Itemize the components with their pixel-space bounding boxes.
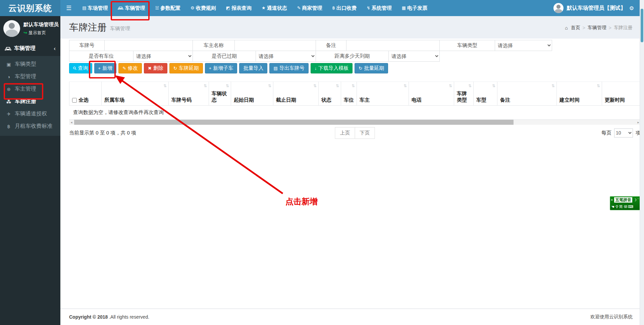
add-button[interactable]: +新增 [94, 63, 117, 73]
nav-item-merchant-management[interactable]: ✎ 商家管理 [292, 0, 327, 16]
per-page-control: 每页 10 项 [601, 128, 641, 138]
sort-icon: ⇅ [313, 84, 317, 88]
plate-extension-button[interactable]: ↻车牌延期 [169, 63, 203, 73]
app-logo[interactable]: 云识别系统 [0, 0, 60, 16]
button-label: 批量延期 [364, 65, 384, 71]
nav-item-vehicle-management[interactable]: 车辆管理 [113, 0, 150, 16]
pagination-info: 当前显示第 0 至 0 项，共 0 项 [69, 130, 136, 136]
days-to-expiry-label: 距离多少天到期 [316, 51, 389, 62]
breadcrumb-separator: > [609, 25, 611, 31]
column-header-plate-number[interactable]: ⇅车牌号码 [169, 82, 209, 106]
column-header-parking-space[interactable]: ⇅车位 [341, 82, 357, 106]
column-header-status[interactable]: ⇅状态 [319, 82, 341, 106]
plus-icon: + [209, 66, 212, 70]
keyboard-icon[interactable]: ⌨ [628, 205, 633, 209]
column-header-updated-time[interactable]: 更新时间 [602, 82, 641, 106]
cluster-icon: ⁂ [5, 99, 12, 104]
owner-name-input[interactable] [235, 40, 316, 51]
nav-item-channel-status[interactable]: ★ 通道状态 [257, 0, 292, 16]
user-menu[interactable]: 默认车场管理员【测试】 [567, 5, 626, 12]
column-header-remark[interactable]: ⇅备注 [497, 82, 557, 106]
show-homepage-link[interactable]: ↪显示首页 [23, 30, 59, 36]
breadcrumb-home[interactable]: 首页 [571, 25, 580, 31]
navbar-user-area: 默认车场管理员【测试】 ⚙ [553, 3, 644, 13]
cube-icon: ▣ [5, 62, 12, 67]
user-avatar[interactable] [553, 3, 564, 13]
scroll-left-icon[interactable]: ◂ [69, 120, 74, 125]
select-all-checkbox[interactable] [72, 98, 77, 103]
sidebar-item-monthly-fee-standard[interactable]: ฿ 月租车收费标准 [0, 120, 60, 132]
nav-item-fee-rules[interactable]: ⚙ 收费规则 [185, 0, 221, 16]
sidebar-item-vehicle-type[interactable]: ▣ 车辆类型 [0, 58, 60, 70]
column-header-end-date[interactable]: ⇅截止日期 [273, 82, 319, 106]
simplified-mode-label[interactable]: 简 [619, 204, 623, 209]
expired-select[interactable]: 请选择 [256, 51, 316, 61]
search-button[interactable]: ⚲查询 [69, 63, 92, 73]
batch-import-button[interactable]: 批量导入 [239, 63, 267, 73]
nav-item-report-query[interactable]: ◩ 报表查询 [221, 0, 257, 16]
sidebar-item-label: 车主管理 [15, 86, 36, 93]
hamburger-icon: ☰ [66, 5, 71, 11]
magnifier-icon[interactable]: ⚲ [615, 205, 618, 209]
merchant-icon: ✎ [297, 0, 301, 16]
days-to-expiry-select[interactable]: 请选择 [389, 51, 439, 61]
nav-item-label: 电子发票 [407, 0, 427, 16]
ime-collapse-icon[interactable]: « [610, 199, 614, 201]
sidebar-section-vehicle-management[interactable]: 车辆管理 ‹ [0, 41, 60, 56]
edit-icon: ✎ [122, 66, 126, 70]
export-plates-button[interactable]: ▤导出车牌号 [269, 63, 308, 73]
moon-icon[interactable]: ☽ [633, 198, 637, 202]
sidebar-item-car-model-management[interactable]: ◑ 车型管理 [0, 70, 60, 83]
sidebar-toggle-button[interactable]: ☰ [60, 0, 77, 16]
column-header-plate-type[interactable]: ⇅车牌类型 [454, 82, 474, 106]
nav-item-exit-toll[interactable]: ฿ 出口收费 [327, 0, 362, 16]
edit-button[interactable]: ✎修改 [118, 63, 142, 73]
column-header-owner[interactable]: ⇅车主 [357, 82, 409, 106]
settings-gear-icon[interactable]: ⚙ [629, 5, 634, 11]
sort-icon: ⇅ [336, 84, 339, 88]
column-header-phone[interactable]: ⇅电话 [409, 82, 454, 106]
delete-button[interactable]: ✖删除 [144, 63, 167, 73]
sidebar-item-owner-management[interactable]: ⊛ 车主管理 [0, 83, 60, 95]
nav-item-parameter-config[interactable]: ☱ 参数配置 [150, 0, 185, 16]
button-label: 批量导入 [243, 65, 263, 71]
vehicle-type-select[interactable]: 请选择 [495, 40, 552, 51]
vertical-scrollbar-thumb[interactable] [641, 9, 643, 42]
nav-item-system-management[interactable]: ↯ 系统管理 [362, 0, 397, 16]
navbar-menu: ☰ ▤ 车场管理 车辆管理 ☱ 参数配置 ⚙ 收费规则 ◩ 报表查询 [60, 0, 644, 16]
ime-number[interactable]: 68 [624, 205, 627, 209]
download-template-button[interactable]: ↓下载导入模板 [311, 63, 353, 73]
sidebar-item-plate-registration[interactable]: ⁂ 车牌注册 [0, 95, 60, 108]
next-page-button[interactable]: 下页 [355, 127, 375, 139]
breadcrumb-current: 车牌注册 [614, 25, 633, 31]
sort-icon: ⇅ [352, 84, 355, 88]
baht-icon: ฿ [5, 124, 12, 129]
prev-page-button[interactable]: 上页 [335, 127, 355, 139]
column-header-car-model[interactable]: ⇅车型 [474, 82, 497, 106]
sidebar-section-label: 车辆管理 [14, 45, 36, 52]
return-arrow-icon: ↪ [23, 30, 27, 35]
nav-item-label: 系统管理 [372, 0, 392, 16]
column-header-created-time[interactable]: ⇅建立时间 [557, 82, 602, 106]
nav-item-e-invoice[interactable]: ▦ 电子发票 [397, 0, 432, 16]
plate-number-input[interactable] [105, 40, 193, 51]
column-header-start-date[interactable]: ⇅起始日期 [231, 82, 273, 106]
column-header-vehicle-status[interactable]: ⇅车辆状态 [209, 82, 231, 106]
per-page-select[interactable]: 10 [614, 128, 633, 138]
add-sub-vehicle-button[interactable]: +新增子车 [205, 63, 237, 73]
remark-input[interactable] [346, 40, 439, 51]
hand-tool-icon[interactable]: ☚ [611, 205, 614, 209]
sidebar-item-channel-authorization[interactable]: ✈ 车辆通道授权 [0, 108, 60, 120]
breadcrumb-level1[interactable]: 车辆管理 [588, 25, 606, 31]
nav-item-parking-lot[interactable]: ▤ 车场管理 [77, 0, 113, 16]
nav-item-label: 车辆管理 [125, 0, 145, 16]
ime-name[interactable]: 五笔拼音 [614, 197, 632, 203]
dots-icon[interactable]: ¨ [638, 198, 639, 202]
has-space-select[interactable]: 请选择 [133, 51, 193, 61]
column-header-parking-lot[interactable]: ⇅所属车场 [102, 82, 169, 106]
sort-icon: ⇅ [268, 84, 271, 88]
asterisk-icon: ⊛ [5, 87, 12, 92]
button-label: 导出车牌号 [279, 65, 305, 71]
horizontal-scrollbar-thumb[interactable] [74, 120, 514, 125]
batch-extension-button[interactable]: ↻批量延期 [355, 63, 388, 73]
